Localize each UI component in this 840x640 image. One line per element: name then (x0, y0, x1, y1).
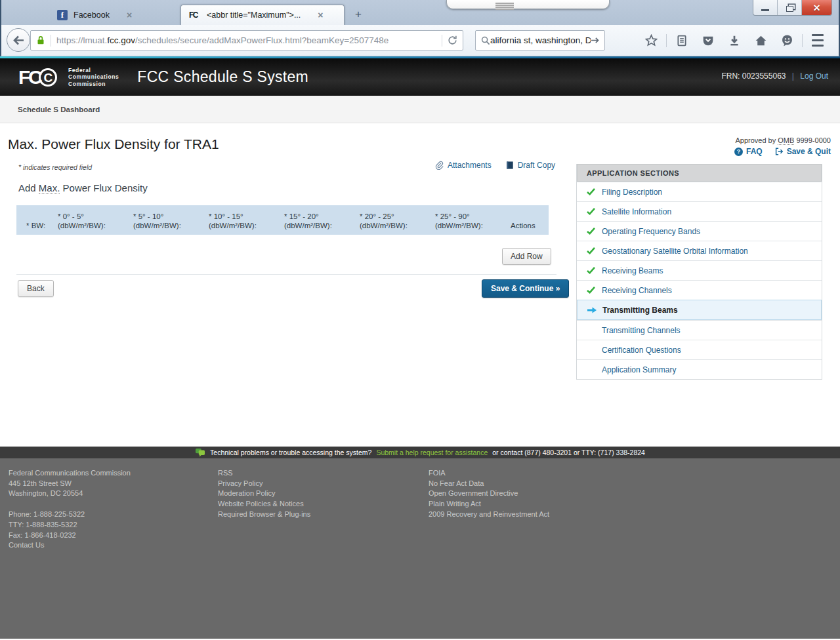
footer-address-line: Washington, DC 20554 (9, 489, 131, 499)
menu-icon[interactable] (805, 33, 831, 49)
reload-icon[interactable] (448, 35, 457, 45)
back-nav-button[interactable] (7, 28, 30, 52)
svg-text:C: C (44, 71, 53, 85)
home-icon[interactable] (747, 35, 774, 47)
new-tab-button[interactable]: + (348, 7, 368, 22)
breadcrumb[interactable]: Schedule S Dashboard (18, 106, 100, 113)
omb-abbr: OMB (778, 136, 794, 145)
main-content: Max. Power Flux Density for TRA1 * indic… (0, 123, 840, 447)
footer-phone: Phone: 1-888-225-5322 (9, 510, 131, 520)
add-section-heading: Add Max. Power Flux Density (18, 182, 148, 193)
footer-link-required-browser[interactable]: Required Browser & Plug-ins (218, 510, 310, 520)
reading-list-icon[interactable] (669, 35, 695, 47)
close-button[interactable]: ✕ (802, 0, 831, 15)
paperclip-icon (434, 161, 444, 170)
sidebar-item-transmitting-channels[interactable]: Transmitting Channels (577, 320, 822, 340)
sidebar-item-transmitting-beams[interactable]: Transmitting Beams (577, 300, 822, 320)
search-icon (481, 36, 490, 45)
hello-smiley-icon[interactable] (774, 34, 800, 47)
https-lock-icon (36, 35, 45, 45)
check-icon (587, 188, 597, 195)
footer-link-rss[interactable]: RSS (218, 468, 310, 479)
pfd-table-header: * BW: * 0° - 5°(dbW/m²/BW): * 5° - 10°(d… (16, 205, 549, 235)
draft-copy-link[interactable]: Draft Copy (506, 161, 555, 170)
tab-facebook[interactable]: f Facebook × (49, 5, 180, 25)
sidebar-heading: APPLICATION SECTIONS (577, 164, 822, 182)
column-header-bw: * BW: (16, 205, 58, 235)
sidebar-item-geostationary-orbital-information[interactable]: Geostationary Satellite Orbital Informat… (577, 241, 822, 260)
check-icon (587, 287, 597, 294)
search-bar[interactable]: alifornia st, washington, DC (475, 30, 605, 50)
column-header-15-20: * 15° - 20°(dbW/m²/BW): (284, 205, 360, 235)
help-request-link[interactable]: Submit a help request for assistance (376, 449, 488, 456)
downloads-icon[interactable] (721, 35, 747, 47)
navigation-toolbar: https://lmuat.fcc.gov/schedules/secure/a… (0, 25, 840, 56)
sidebar-item-filing-description[interactable]: Filing Description (577, 182, 822, 201)
check-icon (587, 228, 597, 235)
url-text[interactable]: https://lmuat.fcc.gov/schedules/secure/a… (56, 35, 436, 45)
max-abbr: Max. (39, 182, 60, 194)
tab-fcc-active[interactable]: FC <abbr title="Maximum">... × (180, 5, 345, 25)
search-input-value[interactable]: alifornia st, washington, DC (490, 35, 591, 45)
footer-link-website-policies[interactable]: Website Policies & Notices (218, 499, 310, 510)
exit-icon (774, 147, 784, 156)
document-icon (506, 161, 514, 170)
sidebar-item-application-summary[interactable]: Application Summary (577, 359, 822, 379)
footer-link-open-government[interactable]: Open Government Directive (429, 489, 549, 499)
logout-link[interactable]: Log Out (800, 71, 828, 81)
question-icon: ? (734, 148, 743, 156)
add-row-button[interactable]: Add Row (502, 248, 551, 265)
help-bar: Technical problems or trouble accessing … (0, 447, 840, 458)
save-continue-button[interactable]: Save & Continue » (482, 279, 569, 298)
sidebar-item-receiving-channels[interactable]: Receiving Channels (577, 280, 822, 300)
browser-window: f Facebook × FC <abbr title="Maximum">..… (0, 0, 840, 640)
column-header-25-90: * 25° - 90°(dbW/m²/BW): (435, 205, 511, 235)
back-button[interactable]: Back (18, 280, 54, 297)
sidebar-item-operating-frequency-bands[interactable]: Operating Frequency Bands (577, 221, 822, 241)
column-header-actions: Actions (511, 205, 549, 235)
faq-link[interactable]: ? FAQ (734, 147, 763, 156)
sidebar-item-receiving-beams[interactable]: Receiving Beams (577, 260, 822, 280)
search-go-arrow-icon[interactable] (591, 37, 599, 44)
tab-bar: f Facebook × FC <abbr title="Maximum">..… (0, 0, 840, 25)
column-header-20-25: * 20° - 25°(dbW/m²/BW): (360, 205, 435, 235)
tab-close-icon[interactable]: × (127, 10, 132, 20)
footer-link-plain-writing[interactable]: Plain Writing Act (429, 499, 549, 510)
app-title: FCC Schedule S System (137, 68, 308, 86)
check-icon (587, 247, 597, 254)
tab-label: <abbr title="Maximum">... (207, 10, 301, 20)
page-title: Max. Power Flux Density for TRA1 (8, 136, 219, 152)
footer-link-recovery-act[interactable]: 2009 Recovery and Reinvestment Act (429, 510, 549, 520)
agency-name: Federal Communications Commission (68, 67, 119, 88)
sidebar-item-certification-questions[interactable]: Certification Questions (577, 340, 822, 359)
check-icon (587, 267, 597, 274)
pocket-icon[interactable] (695, 35, 721, 47)
required-field-note: * indicates required field (18, 163, 92, 171)
footer-link-moderation-policy[interactable]: Moderation Policy (218, 489, 310, 499)
facebook-favicon: f (57, 10, 68, 20)
help-text-before: Technical problems or trouble accessing … (210, 449, 371, 456)
url-bar[interactable]: https://lmuat.fcc.gov/schedules/secure/a… (30, 30, 463, 50)
footer-link-foia[interactable]: FOIA (429, 468, 549, 479)
section-divider (16, 274, 556, 275)
footer-link-contact-us[interactable]: Contact Us (9, 540, 131, 551)
column-header-0-5: * 0° - 5°(dbW/m²/BW): (58, 205, 133, 235)
breadcrumb-bar: Schedule S Dashboard (0, 96, 840, 123)
tab-label: Facebook (74, 10, 110, 20)
help-text-after: or contact (877) 480-3201 or TTY: (717) … (492, 449, 645, 456)
restore-button[interactable] (778, 0, 802, 15)
footer-address-line: 445 12th Street SW (9, 479, 131, 489)
tab-close-icon[interactable]: × (318, 10, 323, 20)
footer-link-privacy-policy[interactable]: Privacy Policy (218, 479, 310, 489)
application-sections-panel: APPLICATION SECTIONS Filing Description … (576, 164, 822, 380)
attachments-link[interactable]: Attachments (434, 161, 492, 170)
window-drag-handle-icon (495, 3, 514, 10)
bookmark-star-icon[interactable] (638, 34, 664, 47)
frn-label: FRN: 0023555063 (721, 71, 786, 81)
minimize-button[interactable] (753, 0, 778, 15)
footer-tty: TTY: 1-888-835-5322 (9, 520, 131, 530)
footer-link-no-fear-act[interactable]: No Fear Act Data (429, 479, 549, 489)
site-header: FCC Federal Communications Commission FC… (0, 58, 840, 96)
save-quit-link[interactable]: Save & Quit (774, 147, 831, 156)
sidebar-item-satellite-information[interactable]: Satellite Information (577, 201, 822, 221)
